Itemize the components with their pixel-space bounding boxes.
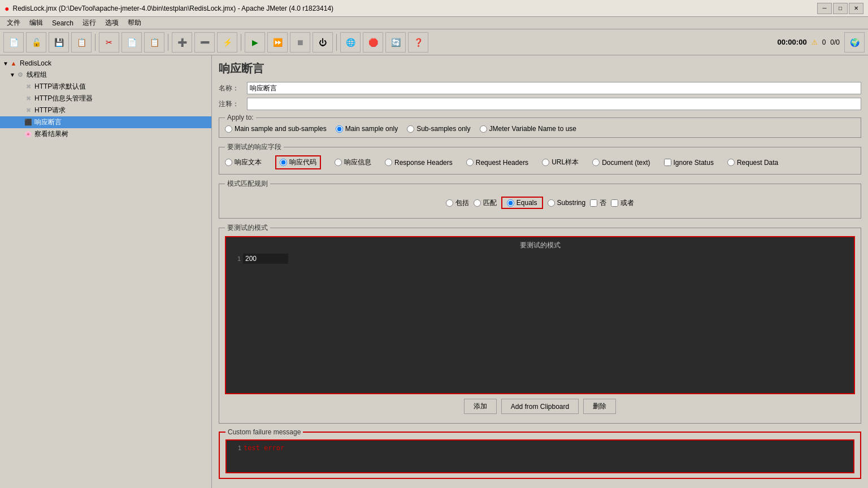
radio-sub-only[interactable]: Sub-samples only — [407, 125, 470, 133]
sidebar-item-http-header[interactable]: ▶ ✖ HTTP信息头管理器 — [0, 93, 211, 104]
radio-url-sample[interactable]: URL样本 — [542, 158, 579, 167]
radio-resp-text[interactable]: 响应文本 — [225, 158, 262, 167]
radio-resp-code[interactable]: 响应代码 — [275, 155, 321, 169]
resp-headers-label: Response Headers — [394, 159, 453, 167]
sidebar-item-label-redislock: RedisLock — [20, 59, 51, 67]
check-ignore-status[interactable]: Ignore Status — [664, 159, 714, 167]
req-headers-label: Request Headers — [476, 159, 528, 167]
comment-input[interactable] — [247, 98, 861, 110]
pattern-line-1: 1 — [229, 255, 241, 262]
sidebar-item-redislock[interactable]: ▼ ▲ RedisLock — [0, 58, 211, 69]
radio-matches[interactable]: 匹配 — [474, 198, 497, 208]
radio-req-data[interactable]: Request Data — [727, 159, 778, 167]
radio-jmeter-var[interactable]: JMeter Variable Name to use — [480, 125, 577, 133]
toggle-threadgroup[interactable]: ▼ — [9, 72, 16, 78]
check-or[interactable]: 或者 — [611, 198, 634, 208]
maximize-button[interactable]: □ — [833, 3, 848, 14]
menu-help[interactable]: 帮助 — [123, 17, 146, 29]
collapse-button[interactable]: ➖ — [194, 32, 215, 53]
sidebar: ▼ ▲ RedisLock ▼ ⚙ 线程组 ▶ ✖ HTTP请求默认值 ▶ ✖ … — [0, 55, 212, 488]
run-no-pause-button[interactable]: ⏩ — [267, 32, 288, 53]
ignore-status-label: Ignore Status — [674, 159, 714, 167]
menu-search[interactable]: Search — [47, 18, 78, 28]
patterns-area: 要测试的模式 1 — [225, 236, 855, 394]
radio-req-headers[interactable]: Request Headers — [466, 159, 528, 167]
radio-contains[interactable]: 包括 — [446, 198, 469, 208]
failure-input-1[interactable] — [244, 444, 850, 452]
comment-row: 注释： — [219, 98, 861, 110]
menu-run[interactable]: 运行 — [78, 17, 101, 29]
remote-stop-button[interactable]: 🛑 — [363, 32, 383, 53]
sidebar-item-label-assert: 响应断言 — [34, 117, 62, 127]
timer-display: 00:00:00 — [778, 38, 807, 46]
help-button[interactable]: ❓ — [408, 32, 428, 53]
apply-to-fieldset: Apply to: Main sample and sub-samples Ma… — [219, 114, 861, 138]
radio-resp-headers[interactable]: Response Headers — [385, 159, 453, 167]
error-count: 0/0 — [830, 38, 840, 46]
result-tree-icon: 🌸 — [24, 130, 33, 139]
delete-button[interactable]: 删除 — [583, 399, 616, 414]
check-negate[interactable]: 否 — [590, 198, 606, 208]
radio-equals[interactable]: Equals — [501, 197, 543, 209]
menu-edit[interactable]: 编辑 — [25, 17, 47, 29]
name-label: 名称： — [219, 84, 247, 93]
sidebar-item-label-http-header: HTTP信息头管理器 — [34, 94, 93, 103]
http-request-icon: ✖ — [24, 106, 33, 115]
sidebar-item-label-threadgroup: 线程组 — [27, 70, 47, 80]
substring-label: Substring — [557, 199, 586, 207]
radio-main-sub[interactable]: Main sample and sub-samples — [225, 125, 327, 133]
radio-main-only[interactable]: Main sample only — [336, 125, 398, 133]
sidebar-item-http-defaults[interactable]: ▶ ✖ HTTP请求默认值 — [0, 81, 211, 93]
open-button[interactable]: 🔓 — [26, 32, 46, 53]
new-button[interactable]: 📄 — [3, 32, 24, 53]
name-row: 名称： — [219, 82, 861, 94]
http-defaults-icon: ✖ — [24, 82, 33, 91]
custom-failure-legend: Custom failure message — [225, 428, 303, 436]
radio-document[interactable]: Document (text) — [592, 159, 650, 167]
failure-row-1: 1 — [229, 443, 851, 453]
menu-file[interactable]: 文件 — [2, 17, 25, 29]
toggle-button[interactable]: ⚡ — [217, 32, 237, 53]
http-header-icon: ✖ — [24, 94, 33, 103]
equals-label: Equals — [517, 199, 537, 207]
pattern-input-1[interactable] — [243, 254, 288, 264]
online-button[interactable]: 🌍 — [844, 32, 865, 53]
name-input[interactable] — [247, 82, 861, 94]
menu-options[interactable]: 选项 — [101, 17, 123, 29]
run-button[interactable]: ▶ — [245, 32, 265, 53]
radio-substring[interactable]: Substring — [548, 199, 586, 207]
redislock-icon: ▲ — [9, 59, 18, 68]
sidebar-item-label-http-defaults: HTTP请求默认值 — [34, 82, 86, 91]
custom-failure-fieldset: Custom failure message 1 — [219, 428, 861, 479]
radio-jmeter-var-label: JMeter Variable Name to use — [489, 125, 577, 133]
pattern-rule-fieldset: 模式匹配规则 包括 匹配 Equals Substring — [219, 179, 861, 219]
sidebar-item-http-request[interactable]: ▶ ✖ HTTP请求 — [0, 104, 211, 116]
threadgroup-icon: ⚙ — [16, 71, 25, 80]
expand-button[interactable]: ➕ — [172, 32, 192, 53]
toggle-redislock[interactable]: ▼ — [2, 60, 9, 67]
add-clipboard-button[interactable]: Add from Clipboard — [501, 399, 579, 414]
sidebar-item-assert[interactable]: ▶ ⬛ 响应断言 — [0, 116, 211, 128]
radio-main-sub-label: Main sample and sub-samples — [235, 125, 327, 133]
shutdown-button[interactable]: ⏻ — [313, 32, 333, 53]
minimize-button[interactable]: ─ — [817, 3, 832, 14]
action-buttons: 添加 Add from Clipboard 删除 — [225, 394, 855, 419]
sidebar-item-result-tree[interactable]: ▶ 🌸 察看结果树 — [0, 128, 211, 140]
main-layout: ▼ ▲ RedisLock ▼ ⚙ 线程组 ▶ ✖ HTTP请求默认值 ▶ ✖ … — [0, 55, 868, 488]
test-patterns-legend: 要测试的模式 — [225, 223, 270, 233]
clear-button[interactable]: 🔄 — [385, 32, 406, 53]
response-field-fieldset: 要测试的响应字段 响应文本 响应代码 响应信息 Response Headers — [219, 142, 861, 175]
resp-msg-label: 响应信息 — [344, 158, 371, 167]
remote-run-button[interactable]: 🌐 — [340, 32, 361, 53]
copy-button[interactable]: 📄 — [121, 32, 142, 53]
sidebar-item-threadgroup[interactable]: ▼ ⚙ 线程组 — [0, 69, 211, 81]
paste-button[interactable]: 📋 — [144, 32, 164, 53]
cut-button[interactable]: ✂ — [99, 32, 119, 53]
failure-line-1: 1 — [230, 444, 241, 451]
save-as-button[interactable]: 📋 — [71, 32, 92, 53]
add-button[interactable]: 添加 — [464, 399, 497, 414]
stop-button[interactable]: ⏹ — [290, 32, 310, 53]
save-button[interactable]: 💾 — [49, 32, 69, 53]
radio-resp-msg[interactable]: 响应信息 — [335, 158, 371, 167]
close-button[interactable]: ✕ — [849, 3, 863, 14]
